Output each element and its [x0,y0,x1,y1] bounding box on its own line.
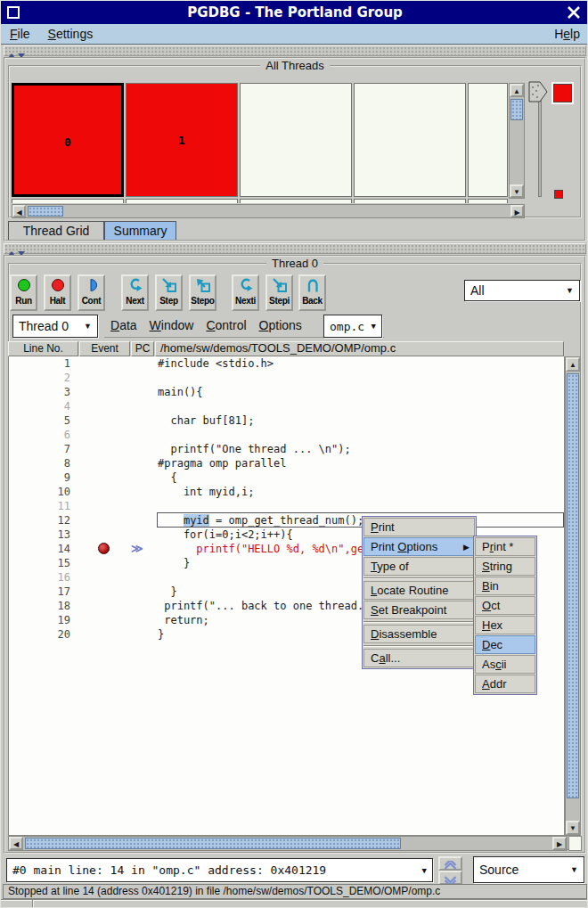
thread-select[interactable]: Thread 0 ▼ [12,315,98,338]
source-line-11[interactable]: 11 [9,499,564,513]
scope-select[interactable]: All ▼ [464,280,580,301]
thread-cell-0[interactable]: 0 [12,83,124,197]
stack-frame-select[interactable]: #0 main line: 14 in "omp.c" address: 0x4… [6,858,433,882]
splitter-handle[interactable] [4,45,586,56]
threads-horizontal-scrollbar[interactable]: ◀ ▶ [12,204,525,218]
print-options-item-bin[interactable]: Bin [475,577,535,595]
thread-cell-3[interactable] [354,83,466,197]
tab-thread-grid[interactable]: Thread Grid [8,221,104,240]
thread-cell-2[interactable] [240,83,352,197]
context-menu-item-type-of[interactable]: Type of [363,557,475,576]
scroll-down-icon[interactable]: ▼ [510,184,524,198]
menu-control[interactable]: Control [200,315,252,337]
back-button[interactable]: Back [298,274,326,311]
column-header-filepath: /home/sw/demos/TOOLS_DEMO/OMP/omp.c [155,341,564,356]
menu-options[interactable]: Options [253,315,308,337]
source-line-2[interactable]: 2 [9,371,564,385]
column-header-lineno[interactable]: Line No. [8,341,78,356]
context-menu-item-print[interactable]: Print [363,518,475,536]
scroll-up-icon[interactable]: ▲ [510,84,524,97]
print-options-item-dec[interactable]: Dec [475,635,535,654]
source-line-12[interactable]: 12 myid = omp_get_thread_num(); [9,513,564,528]
slider-handle-icon[interactable] [528,81,549,106]
scroll-right-icon[interactable]: ▶ [510,205,524,217]
scroll-up-icon[interactable]: ▲ [566,357,580,372]
view-mode-select[interactable]: Source ▼ [473,856,584,883]
scroll-thumb[interactable] [28,206,63,217]
tab-summary[interactable]: Summary [104,221,176,240]
run-button[interactable]: Run [10,274,37,311]
next-button[interactable]: Next [121,274,149,311]
source-line-10[interactable]: 10 int myid,i; [9,485,564,499]
line-number: 15 [9,556,70,570]
line-number: 19 [9,613,70,627]
menu-settings[interactable]: Settings [39,24,102,44]
source-line-1[interactable]: 1#include <stdio.h> [9,356,564,371]
scroll-left-icon[interactable]: ◀ [12,205,26,217]
line-number: 16 [9,570,70,585]
source-code-text: } [158,627,164,642]
source-code-text: } [158,556,190,570]
toolbar-button-label: Nexti [233,296,257,306]
scroll-thumb[interactable] [25,838,401,849]
frame-down-button[interactable] [438,871,462,885]
all-threads-title: All Threads [260,59,330,72]
column-header-event[interactable]: Event [79,341,130,356]
file-select[interactable]: omp.c ▼ [323,315,382,338]
context-menu-item-print-options[interactable]: Print Options▶ [363,537,475,556]
source-vertical-scrollbar[interactable]: ▲ ▼ [565,356,581,836]
context-menu-item-locate-routine[interactable]: Locate Routine [363,581,475,600]
close-icon[interactable] [566,4,582,20]
splitter-handle[interactable] [4,243,586,254]
menu-file[interactable]: File [1,24,39,44]
print-options-item-oct[interactable]: Oct [475,596,535,615]
menu-help[interactable]: Help [545,24,588,44]
source-line-5[interactable]: 5 char buf[81]; [9,413,564,428]
scroll-thumb[interactable] [510,99,523,120]
stepo-button[interactable]: Stepo [189,274,216,311]
print-options-item-print[interactable]: Print * [475,537,535,556]
print-options-item-ascii[interactable]: Ascii [475,655,535,674]
menu-data[interactable]: Data [104,315,143,337]
thread-zoom-slider[interactable] [538,92,542,197]
breakpoint-icon[interactable] [98,543,110,554]
context-menu-item-set-breakpoint[interactable]: Set Breakpoint [363,601,475,619]
context-menu: PrintPrint Options▶Type ofLocate Routine… [362,516,477,669]
back-icon [304,281,322,296]
context-menu-item-disassemble[interactable]: Disassemble [363,625,475,643]
source-line-6[interactable]: 6 [9,428,564,442]
thread-cell-1[interactable]: 1 [126,83,238,197]
window-title: PGDBG - The Portland Group [1,1,588,24]
step-button[interactable]: Step [155,274,183,311]
source-line-3[interactable]: 3main(){ [9,385,564,399]
scroll-thumb[interactable] [567,373,579,798]
scroll-right-icon[interactable]: ▶ [552,837,567,850]
line-number: 18 [9,599,70,613]
column-header-pc[interactable]: PC [131,341,154,356]
nexti-button[interactable]: Nexti [232,274,259,311]
thread0-title: Thread 0 [266,257,323,270]
print-options-item-addr[interactable]: Addr [475,675,535,693]
menu-window[interactable]: Window [143,315,200,337]
halt-button[interactable]: Halt [44,274,71,311]
threads-vertical-scrollbar[interactable]: ▲ ▼ [509,83,525,199]
toolbar-button-label: Halt [45,296,69,306]
scroll-left-icon[interactable]: ◀ [9,837,23,850]
source-horizontal-scrollbar[interactable]: ◀ ▶ [8,836,568,851]
print-options-item-hex[interactable]: Hex [475,616,535,634]
step-in-icon [160,281,178,296]
source-line-8[interactable]: 8#pragma omp parallel [9,456,564,470]
source-line-9[interactable]: 9 { [9,470,564,485]
cont-button[interactable]: Cont [78,274,105,311]
line-number: 8 [9,456,70,470]
source-line-4[interactable]: 4 [9,399,564,413]
stepi-button[interactable]: Stepi [265,274,293,311]
line-number: 3 [9,385,70,399]
context-menu-item-call[interactable]: Call... [363,649,475,667]
print-options-item-string[interactable]: String [475,557,535,576]
thread-cell-4[interactable] [468,83,508,197]
source-line-7[interactable]: 7 printf("One thread ... \n"); [9,442,564,456]
scroll-down-icon[interactable]: ▼ [566,821,580,835]
frame-up-button[interactable] [438,856,462,871]
scrollbar-corner [568,836,582,851]
